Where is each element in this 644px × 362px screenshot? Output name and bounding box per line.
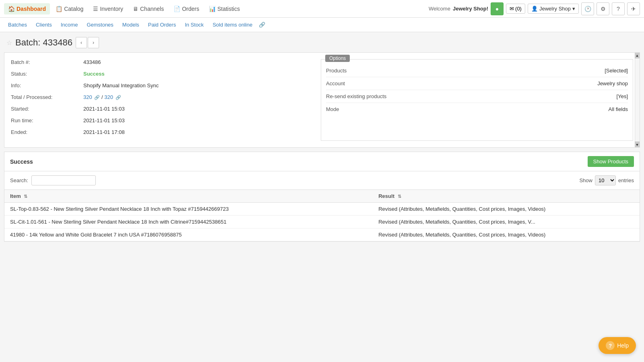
options-panel: Options Products [Selected] Account Jewe…: [321, 59, 633, 141]
help-nav-btn[interactable]: ?: [612, 2, 625, 15]
col-item-label: Item: [10, 193, 21, 199]
runtime-value: 2021-11-01 15:03: [83, 117, 125, 123]
main-content: Batch #: 433486 Status: Success Info: Sh…: [0, 52, 644, 250]
page-title: Batch: 433486: [15, 37, 72, 48]
options-account-key: Account: [326, 80, 345, 86]
options-mode-val: All fields: [609, 106, 628, 112]
green-action-btn[interactable]: ●: [491, 2, 504, 15]
batch-number-row: Batch #: 433486: [11, 59, 313, 65]
batch-details-left: Batch #: 433486 Status: Success Info: Sh…: [11, 59, 313, 141]
success-section: Success Show Products Search: Show 10 25…: [4, 152, 640, 242]
cell-result: Revised (Attributes, Metafields, Quantit…: [373, 216, 640, 228]
cell-result: Revised (Attributes, Metafields, Quantit…: [373, 228, 640, 241]
column-item[interactable]: Item ⇅: [4, 190, 373, 203]
table-row: SL-Top-0.83-562 - New Sterling Silver Pe…: [4, 203, 640, 216]
sort-icon-result: ⇅: [398, 194, 401, 199]
nav-label-catalog: Catalog: [64, 6, 83, 12]
subnav-batches[interactable]: Batches: [4, 20, 31, 29]
dashboard-icon: 🏠: [8, 6, 15, 12]
options-products-val: [Selected]: [605, 68, 628, 74]
status-label: Status:: [11, 71, 83, 77]
batch-number-value: 433486: [83, 59, 101, 65]
nav-items: 🏠 Dashboard 📋 Catalog ☰ Inventory 🖥 Chan…: [4, 3, 429, 14]
batch-number-label: Batch #:: [11, 59, 83, 65]
sub-navigation: Batches Clients Income Gemstones Models …: [0, 18, 644, 32]
started-row: Started: 2021-11-01 15:03: [11, 106, 313, 112]
show-label: Show: [579, 177, 592, 183]
user-menu-btn[interactable]: 👤 Jewelry Shop ▾: [528, 4, 579, 14]
scroll-down-btn[interactable]: ▼: [635, 142, 640, 147]
prev-batch-btn[interactable]: ‹: [76, 37, 87, 48]
started-value: 2021-11-01 15:03: [83, 106, 125, 112]
orders-icon: 📄: [173, 6, 180, 12]
options-resend-key: Re-send existing products: [326, 93, 386, 99]
results-table: Item ⇅ Result ⇅ SL-Top-0.83-562 - New St…: [4, 189, 640, 241]
status-row: Status: Success: [11, 71, 313, 77]
total-ext-icon[interactable]: 🔗: [94, 95, 100, 100]
entries-label: entries: [618, 177, 634, 183]
batch-detail-panel: Batch #: 433486 Status: Success Info: Sh…: [4, 52, 640, 148]
nav-item-orders[interactable]: 📄 Orders: [169, 3, 203, 14]
nav-item-inventory[interactable]: ☰ Inventory: [89, 3, 127, 14]
next-batch-btn[interactable]: ›: [88, 37, 99, 48]
search-input[interactable]: [31, 175, 96, 185]
total-value: 320 🔗 / 320 🔗: [83, 94, 121, 100]
settings-btn[interactable]: ⚙: [597, 2, 609, 15]
success-title: Success: [10, 158, 33, 165]
mail-btn[interactable]: ✉ (0): [506, 4, 525, 14]
entries-select[interactable]: 10 25 50 100: [595, 175, 616, 185]
total-link[interactable]: 320: [83, 94, 92, 100]
column-result[interactable]: Result ⇅: [373, 190, 640, 203]
show-products-button[interactable]: Show Products: [588, 156, 634, 167]
subnav-clients[interactable]: Clients: [32, 20, 56, 29]
nav-item-channels[interactable]: 🖥 Channels: [129, 3, 168, 14]
info-label: Info:: [11, 82, 83, 88]
nav-label-orders: Orders: [182, 6, 199, 12]
options-resend-row: Re-send existing products [Yes]: [326, 90, 628, 103]
processed-ext-icon[interactable]: 🔗: [116, 95, 121, 100]
scroll-up-btn[interactable]: ▲: [635, 53, 640, 58]
external-link-icon[interactable]: 🔗: [257, 20, 267, 29]
subnav-gemstones[interactable]: Gemstones: [83, 20, 117, 29]
table-row: 41980 - 14k Yellow and White Gold Bracel…: [4, 228, 640, 241]
subnav-paid-orders[interactable]: Paid Orders: [144, 20, 180, 29]
logout-btn[interactable]: ✈: [627, 2, 640, 15]
sort-icon-item: ⇅: [24, 194, 27, 199]
inventory-icon: ☰: [93, 6, 98, 12]
nav-item-dashboard[interactable]: 🏠 Dashboard: [4, 3, 50, 14]
subnav-models[interactable]: Models: [118, 20, 143, 29]
col-result-label: Result: [378, 193, 394, 199]
nav-label-channels: Channels: [140, 6, 164, 12]
options-account-val: Jewelry shop: [597, 80, 628, 86]
table-row: SL-Cit-1.01-561 - New Sterling Silver Pe…: [4, 216, 640, 228]
processed-link[interactable]: 320: [104, 94, 113, 100]
table-controls: Search: Show 10 25 50 100 entries: [4, 171, 640, 189]
detail-scrollbar[interactable]: ▲ ▼: [635, 53, 640, 147]
channels-icon: 🖥: [133, 6, 138, 12]
user-icon: 👤: [531, 6, 538, 12]
nav-item-statistics[interactable]: 📊 Statistics: [205, 3, 244, 14]
catalog-icon: 📋: [56, 6, 62, 12]
options-products-row: Products [Selected]: [326, 64, 628, 77]
nav-item-catalog[interactable]: 📋 Catalog: [52, 3, 87, 14]
clock-btn[interactable]: 🕐: [581, 2, 594, 15]
statistics-icon: 📊: [209, 6, 216, 12]
table-header: Item ⇅ Result ⇅: [4, 190, 640, 203]
batch-navigation: ‹ ›: [76, 37, 99, 48]
options-mode-row: Mode All fields: [326, 103, 628, 115]
options-title: Options: [325, 55, 350, 62]
favorite-star-icon[interactable]: ☆: [6, 39, 12, 47]
total-label: Total / Processed:: [11, 94, 83, 100]
subnav-income[interactable]: Income: [57, 20, 82, 29]
ended-row: Ended: 2021-11-01 17:08: [11, 129, 313, 135]
subnav-in-stock[interactable]: In Stock: [181, 20, 208, 29]
cell-item: SL-Top-0.83-562 - New Sterling Silver Pe…: [4, 203, 373, 216]
subnav-sold-items[interactable]: Sold items online: [208, 20, 256, 29]
page-header: ☆ Batch: 433486 ‹ ›: [0, 32, 644, 52]
detail-panel-inner: Batch #: 433486 Status: Success Info: Sh…: [4, 53, 640, 147]
ended-label: Ended:: [11, 129, 83, 135]
runtime-label: Run time:: [11, 117, 83, 123]
cell-item: 41980 - 14k Yellow and White Gold Bracel…: [4, 228, 373, 241]
show-entries-group: Show 10 25 50 100 entries: [579, 175, 634, 185]
nav-label-dashboard: Dashboard: [17, 6, 46, 12]
